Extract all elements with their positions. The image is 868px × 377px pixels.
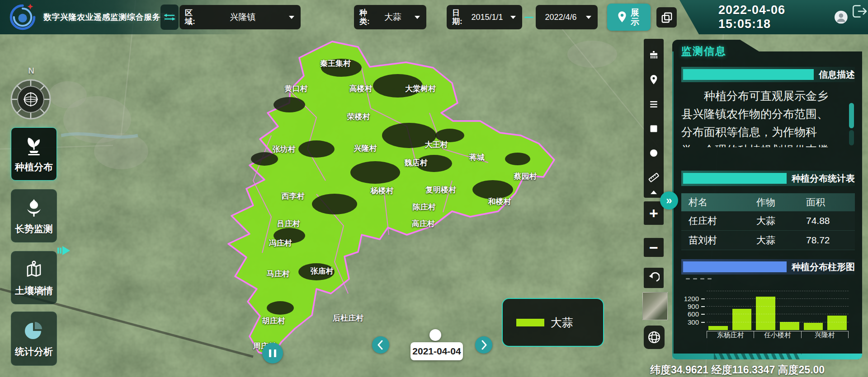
section-accent-bar [683,261,787,272]
bar [732,309,752,330]
y-axis-tick: 600 [681,310,705,318]
swap-icon [163,12,176,22]
minimap-thumbnail[interactable] [642,292,668,320]
x-axis-label: 东杨庄村 [707,331,754,338]
sidebar-item-soil-moisture[interactable]: 土壤墒情 [11,251,57,304]
bar-chart-plot [707,287,849,330]
cell-area: 74.88 [806,215,855,226]
undo-button[interactable] [644,268,664,288]
date-start-value: 2015/1/1 [464,13,510,22]
section-accent-bar [683,69,814,80]
platform-logo-icon [8,3,37,32]
pause-button[interactable] [262,343,283,363]
circle-tool[interactable] [644,141,664,165]
pause-icon [269,349,271,357]
sidebar-item-statistical-analysis[interactable]: 统计分析 [11,312,57,366]
bar [708,326,728,330]
cell-village: 任庄村 [689,214,756,227]
user-avatar-icon[interactable] [835,10,848,24]
flower-icon [23,197,45,219]
measure-tool[interactable] [644,165,664,190]
date-start-select[interactable]: 日期: 2015/1/1 [447,5,522,29]
cell-area: 78.72 [806,235,855,246]
pin-tool[interactable] [644,68,664,92]
sidebar-item-growth-monitoring[interactable]: 长势监测 [11,189,57,242]
y-axis-tick: 1200 [681,295,705,303]
region-select[interactable]: 区域: 兴隆镇 [179,5,301,29]
legend-label: 大蒜 [551,315,573,330]
next-date-button[interactable] [475,336,492,354]
brush-icon [648,50,659,61]
globe-view-button[interactable] [644,326,665,349]
table-header-row: 村名 作物 面积 [681,193,855,211]
x-axis-label: 兴隆村 [802,331,849,338]
x-axis-label: 任小楼村 [754,331,801,338]
previous-date-button[interactable] [372,336,389,354]
column-header: 村名 [689,196,756,209]
zoom-out-button[interactable]: − [644,238,664,257]
cell-village: 苗刘村 [689,234,756,247]
section-header-bar-chart: 种植分布柱形图 [681,259,855,275]
sidebar-item-label: 种植分布 [15,161,53,173]
layers-button[interactable] [656,7,677,28]
timeline-slider-handle[interactable] [429,329,441,341]
date-label: 日期: [452,9,464,26]
section-header-description: 信息描述 [681,67,855,82]
clear-brush-tool[interactable] [644,43,664,68]
toolbar-scroll-up-icon[interactable] [651,191,657,194]
polyline-tool[interactable] [644,92,664,116]
timeline-date-tooltip: 2021-04-04 [410,342,463,360]
column-header: 面积 [806,196,855,209]
circle-icon [649,149,658,158]
section-accent-bar [683,173,787,184]
crop-type-select[interactable]: 种类: 大蒜 [354,5,426,29]
monitoring-panel: 监测信息 信息描述 种植分布可直观展示金乡县兴隆镇农作物的分布范围、分布面积等信… [672,40,862,359]
scrollbar-track [849,130,854,145]
section-title: 种植分布统计表 [792,172,855,185]
bar-chart-yaxis: 3006009001200 [681,287,705,330]
crop-type-value: 大蒜 [371,11,415,23]
bar [780,322,799,330]
bar [756,297,775,330]
sidebar-item-planting-distribution[interactable]: 种植分布 [11,127,57,181]
crop-type-label: 种类: [359,9,371,26]
globe-icon [647,330,661,344]
sidebar-item-label: 土壤墒情 [15,284,53,297]
header-right-background: 2022-04-06 15:05:18 [679,0,868,34]
footer-stripes [714,354,801,359]
rectangle-tool[interactable] [644,116,664,141]
sidebar-expand-arrow-icon[interactable] [57,246,71,255]
date-end-select[interactable]: 2022/4/6 [536,5,598,29]
compass-north-label: N [24,66,38,76]
chevron-right-icon [475,336,492,354]
scrollbar-thumb[interactable] [849,103,854,128]
date-end-value: 2022/4/6 [536,13,586,22]
table-row[interactable]: 苗刘村 大蒜 78.72 [681,231,855,250]
zoom-in-button[interactable]: + [644,201,664,225]
soil-map-pin-icon [23,259,45,280]
swap-region-button[interactable] [160,5,179,30]
map-tool-strip [644,39,664,198]
planting-statistics-table: 村名 作物 面积 任庄村 大蒜 74.88 苗刘村 大蒜 78.72 [681,193,855,250]
table-row[interactable]: 任庄村 大蒜 74.88 [681,211,855,231]
chevron-left-icon [372,336,389,354]
square-icon [649,124,658,133]
zoom-in-label: + [649,205,658,222]
chart-mini-legend [686,278,712,279]
chevron-down-icon [415,16,420,19]
legend-color-swatch [516,319,544,326]
bar-chart-bars [708,297,847,330]
region-label: 区域: [185,9,197,26]
y-axis-tick: 900 [681,303,705,311]
seedling-icon [23,135,45,157]
show-button[interactable]: 展示 [607,4,651,31]
section-title: 种植分布柱形图 [792,261,855,273]
panel-footer-decoration [672,354,862,359]
panel-collapse-button[interactable]: » [660,191,678,209]
chevron-down-icon [289,16,294,19]
logout-icon[interactable] [850,2,868,21]
cell-crop: 大蒜 [756,234,806,247]
zoom-out-label: − [649,239,658,256]
compass-control[interactable] [10,79,52,120]
description-scroll-area[interactable]: 种植分布可直观展示金乡县兴隆镇农作物的分布范围、分布面积等信息，为作物科学、合理… [681,87,855,147]
